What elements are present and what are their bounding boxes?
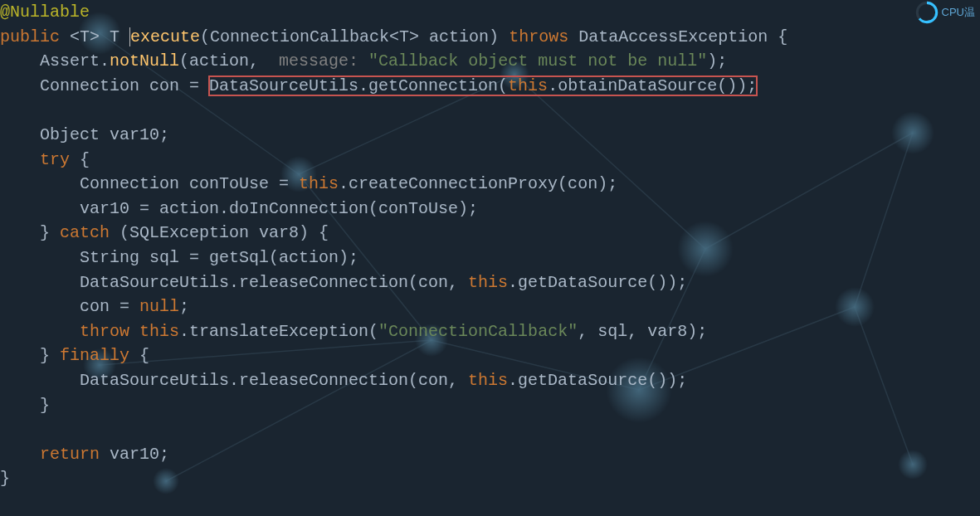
kw-this: this — [139, 322, 179, 341]
assert-args: (action, — [179, 51, 269, 71]
translate-b: , sql, var8); — [578, 322, 707, 341]
kw-try: try — [0, 150, 70, 169]
con-null-b: ; — [179, 297, 189, 316]
kw-throw: throw — [0, 322, 139, 341]
create-proxy: .createConnectionProxy(con); — [339, 174, 617, 193]
sql-decl: String sql = getSql(action); — [0, 248, 358, 267]
ds-util-call: DataSourceUtils.getConnection( — [209, 76, 508, 95]
kw-finally: finally — [60, 346, 129, 365]
hint-message: message: — [269, 51, 368, 71]
close-method: } — [0, 469, 10, 488]
kw-throws: throws — [509, 27, 568, 46]
return-expr: var10; — [100, 445, 169, 464]
string-literal: "ConnectionCallback" — [378, 322, 578, 341]
con-decl: Connection con = — [0, 76, 209, 95]
brace: { — [129, 346, 149, 365]
release-call-2: DataSourceUtils.releaseConnection(con, — [0, 371, 468, 390]
code-editor[interactable]: @Nullable public <T> T execute(Connectio… — [0, 0, 980, 491]
cpu-ring-icon — [915, 1, 939, 24]
close-try: } — [0, 223, 60, 242]
con-null-a: con = — [0, 297, 139, 316]
catch-param: (SQLException var8) { — [110, 223, 329, 242]
kw-this: this — [468, 371, 508, 390]
get-ds: .getDataSource()); — [508, 273, 687, 292]
contouse-decl: Connection conToUse = — [0, 174, 299, 193]
close-catch: } — [0, 346, 60, 365]
translate-a: .translateException( — [179, 322, 378, 341]
kw-null: null — [139, 297, 179, 316]
brace: { — [70, 150, 90, 169]
kw-public: public — [0, 27, 60, 46]
string-literal: "Callback object must not be null" — [368, 51, 707, 71]
line-end: ); — [707, 51, 727, 71]
cpu-temp-widget[interactable]: CPU温 — [915, 0, 975, 25]
annotation: @Nullable — [0, 2, 90, 22]
release-call: DataSourceUtils.releaseConnection(con, — [0, 273, 468, 292]
highlighted-expression: DataSourceUtils.getConnection(this.obtai… — [209, 76, 757, 95]
kw-return: return — [0, 445, 100, 464]
kw-this: this — [468, 273, 508, 292]
param-list: (ConnectionCallback<T> action) — [200, 27, 509, 46]
obtain-ds: .obtainDataSource()); — [548, 76, 757, 95]
var10-assign: var10 = action.doInConnection(conToUse); — [0, 199, 478, 218]
close-finally: } — [0, 396, 50, 415]
method-name-execute: execute — [130, 27, 200, 46]
method-notnull: notNull — [110, 51, 179, 71]
var10-decl: Object var10; — [0, 125, 169, 144]
generic-t: <T> T — [70, 27, 129, 46]
get-ds-2: .getDataSource()); — [508, 371, 687, 390]
throws-type: DataAccessException { — [568, 27, 787, 46]
cpu-label: CPU温 — [942, 0, 975, 25]
kw-this: this — [508, 76, 548, 95]
kw-this: this — [299, 174, 339, 193]
assert-line: Assert. — [0, 51, 110, 71]
kw-catch: catch — [60, 223, 110, 242]
